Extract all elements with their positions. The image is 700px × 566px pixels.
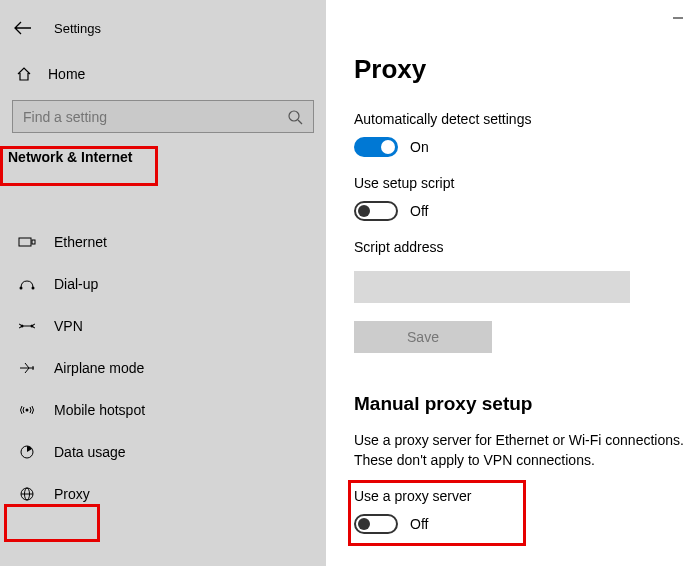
dialup-icon [18, 276, 36, 292]
svg-rect-3 [32, 240, 35, 244]
use-proxy-state: Off [410, 516, 428, 532]
sidebar-item-label: Ethernet [54, 234, 107, 250]
search-icon [287, 109, 303, 125]
sidebar-item-dialup[interactable]: Dial-up [0, 263, 326, 305]
vpn-icon [18, 318, 36, 334]
proxy-icon [18, 486, 36, 502]
use-proxy-label: Use a proxy server [354, 488, 700, 504]
minimize-icon[interactable] [672, 12, 684, 24]
sidebar-item-label: Airplane mode [54, 360, 144, 376]
sidebar-item-home[interactable]: Home [0, 54, 326, 92]
sidebar-item-label: Mobile hotspot [54, 402, 145, 418]
sidebar-item-label: Data usage [54, 444, 126, 460]
svg-line-10 [19, 327, 21, 328]
use-proxy-toggle[interactable] [354, 514, 398, 534]
auto-detect-state: On [410, 139, 429, 155]
sidebar-item-proxy[interactable]: Proxy [0, 473, 326, 515]
sidebar-item-label: Proxy [54, 486, 90, 502]
use-script-toggle[interactable] [354, 201, 398, 221]
ethernet-icon [18, 234, 36, 250]
page-title: Proxy [354, 54, 700, 85]
sidebar-item-datausage[interactable]: Data usage [0, 431, 326, 473]
app-title: Settings [54, 21, 101, 36]
svg-point-4 [20, 287, 23, 290]
use-script-state: Off [410, 203, 428, 219]
sidebar-item-hotspot[interactable]: Mobile hotspot [0, 389, 326, 431]
sidebar-item-vpn[interactable]: VPN [0, 305, 326, 347]
manual-proxy-heading: Manual proxy setup [354, 393, 700, 415]
svg-line-11 [33, 324, 35, 325]
svg-rect-2 [19, 238, 31, 246]
svg-point-0 [289, 111, 299, 121]
hotspot-icon [18, 402, 36, 418]
sidebar-item-label: Dial-up [54, 276, 98, 292]
main-content: Proxy Automatically detect settings On U… [326, 0, 700, 566]
auto-detect-toggle[interactable] [354, 137, 398, 157]
svg-line-12 [33, 327, 35, 328]
svg-line-9 [19, 324, 21, 325]
sidebar-item-airplane[interactable]: Airplane mode [0, 347, 326, 389]
sidebar: Settings Home Network & Internet Etherne… [0, 0, 326, 566]
search-field[interactable] [23, 109, 243, 125]
svg-line-1 [298, 120, 302, 124]
script-address-label: Script address [354, 239, 700, 255]
manual-proxy-desc: Use a proxy server for Ethernet or Wi-Fi… [354, 431, 700, 470]
home-label: Home [48, 66, 85, 82]
script-address-input[interactable] [354, 271, 630, 303]
sidebar-item-ethernet[interactable]: Ethernet [0, 221, 326, 263]
auto-detect-label: Automatically detect settings [354, 111, 700, 127]
svg-point-13 [26, 409, 29, 412]
home-icon [16, 66, 32, 82]
titlebar: Settings [0, 10, 326, 46]
save-button[interactable]: Save [354, 321, 492, 353]
sidebar-nav: Ethernet Dial-up VPN Airplane mode Mobil… [0, 221, 326, 515]
sidebar-item-label: VPN [54, 318, 83, 334]
back-icon[interactable] [14, 21, 32, 35]
datausage-icon [18, 444, 36, 460]
search-input[interactable] [12, 100, 314, 133]
use-script-label: Use setup script [354, 175, 700, 191]
sidebar-section-title: Network & Internet [0, 133, 132, 171]
svg-point-5 [32, 287, 35, 290]
airplane-icon [18, 360, 36, 376]
